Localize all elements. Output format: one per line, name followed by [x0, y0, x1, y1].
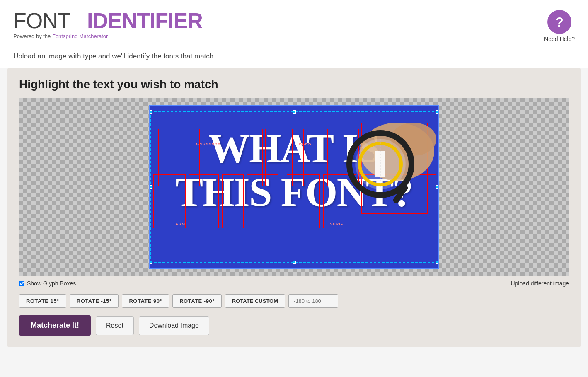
logo-font-word: FONT	[13, 9, 70, 33]
logo-area: FONT IDENTIFIER Powered by the Fontsprin…	[13, 10, 203, 39]
main-panel: Highlight the text you wish to match WHA…	[7, 68, 581, 347]
panel-title: Highlight the text you wish to match	[19, 78, 569, 91]
rotate-15-button[interactable]: ROTATE 15°	[19, 294, 66, 308]
font-image[interactable]: WHAT IS THIS FONT? CROSSBAR BARB ARM SER…	[149, 105, 439, 269]
fontspring-link[interactable]: Fontspring Matcherator	[52, 33, 108, 39]
action-row: Matcherate It! Reset Download Image	[19, 315, 569, 336]
glyph-box-I2	[222, 174, 244, 228]
glyph-box-F	[287, 174, 320, 228]
rotate-custom-button[interactable]: ROTATE CUSTOM	[225, 294, 285, 308]
rotate-custom-input[interactable]	[288, 294, 338, 308]
header: FONT IDENTIFIER Powered by the Fontsprin…	[0, 0, 588, 47]
image-canvas[interactable]: WHAT IS THIS FONT? CROSSBAR BARB ARM SER…	[19, 98, 569, 276]
upload-different-link[interactable]: Upload different image	[511, 280, 569, 287]
glyph-box-S2	[247, 174, 278, 228]
help-label: Need Help?	[544, 36, 575, 42]
rotate-90-button[interactable]: ROTATE 90°	[122, 294, 169, 308]
page-subtitle: Upload an image with type and we'll iden…	[0, 47, 588, 68]
show-glyph-checkbox[interactable]	[19, 281, 24, 286]
help-button[interactable]: ? Need Help?	[544, 10, 575, 42]
image-wrapper: WHAT IS THIS FONT? CROSSBAR BARB ARM SER…	[19, 98, 569, 276]
handle-br[interactable]	[436, 261, 439, 264]
download-image-button[interactable]: Download Image	[139, 316, 209, 335]
controls-bar: Show Glyph Boxes Upload different image	[19, 280, 569, 287]
show-glyph-label[interactable]: Show Glyph Boxes	[19, 280, 76, 287]
rotate-row: ROTATE 15° ROTATE -15° ROTATE 90° ROTATE…	[19, 294, 569, 308]
glyph-box-T2	[153, 174, 186, 228]
logo-title: FONT IDENTIFIER	[13, 10, 203, 31]
logo-subtitle: Powered by the Fontspring Matcherator	[13, 33, 203, 39]
rotate-neg15-button[interactable]: ROTATE -15°	[70, 294, 119, 308]
handle-bl[interactable]	[149, 261, 152, 264]
help-circle-icon: ?	[547, 10, 571, 34]
glyph-box-H2	[189, 174, 219, 228]
magnifier-hand-image	[331, 106, 438, 214]
reset-button[interactable]: Reset	[96, 316, 134, 335]
handle-bc[interactable]	[293, 261, 296, 264]
handle-tc[interactable]	[293, 110, 296, 114]
logo-identifier-word: IDENTIFIER	[87, 9, 203, 33]
rotate-neg90-button[interactable]: ROTATE -90°	[172, 294, 222, 308]
handle-tl[interactable]	[149, 110, 152, 114]
matcherate-button[interactable]: Matcherate It!	[19, 315, 91, 336]
